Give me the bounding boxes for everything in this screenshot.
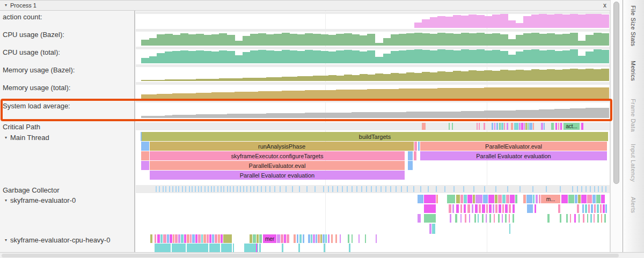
- trace-slice[interactable]: [298, 244, 300, 252]
- trace-slice[interactable]: [464, 195, 467, 203]
- trace-slice[interactable]: [513, 204, 515, 213]
- trace-slice-parallel-evaluator-evaluation[interactable]: Parallel Evaluator evaluation: [420, 151, 607, 160]
- trace-slice[interactable]: [297, 234, 298, 243]
- expand-track-icon[interactable]: ▾: [5, 198, 7, 203]
- trace-slice[interactable]: [141, 161, 149, 170]
- vertical-scrollbar[interactable]: [610, 0, 623, 252]
- gc-event-tick[interactable]: [560, 186, 561, 192]
- gc-event-tick[interactable]: [314, 186, 316, 192]
- close-button[interactable]: x: [603, 2, 606, 9]
- trace-slice[interactable]: [150, 234, 152, 243]
- gc-event-tick[interactable]: [214, 186, 215, 192]
- trace-slice[interactable]: [221, 234, 223, 243]
- trace-slice-parallel-evaluator-evaluation[interactable]: Parallel Evaluator evaluation: [150, 171, 405, 180]
- gc-event-tick[interactable]: [261, 186, 262, 192]
- trace-slice[interactable]: [316, 234, 317, 243]
- gc-event-tick[interactable]: [172, 186, 173, 192]
- trace-slice[interactable]: [515, 195, 517, 203]
- trace-slice[interactable]: [163, 234, 166, 243]
- gc-event-tick[interactable]: [250, 186, 251, 192]
- gc-event-tick[interactable]: [594, 186, 595, 192]
- gc-event-tick[interactable]: [361, 186, 362, 192]
- counter-track-memory-usage-total[interactable]: [136, 82, 610, 100]
- trace-slice[interactable]: [568, 195, 574, 203]
- trace-slice[interactable]: [577, 204, 579, 213]
- trace-slice[interactable]: [575, 195, 577, 203]
- trace-slice[interactable]: [190, 234, 192, 243]
- trace-slice[interactable]: [460, 214, 462, 223]
- trace-slice[interactable]: [509, 224, 510, 234]
- trace-slice[interactable]: [590, 214, 592, 223]
- trace-slice[interactable]: [432, 224, 435, 234]
- trace-slice[interactable]: [505, 214, 507, 223]
- trace-slice-parallelevaluator-eval[interactable]: ParallelEvaluator.eval: [420, 142, 607, 151]
- tab-metrics[interactable]: Metrics: [630, 61, 636, 81]
- trace-slice[interactable]: [594, 204, 596, 213]
- trace-slice[interactable]: [408, 151, 413, 160]
- gc-event-tick[interactable]: [175, 186, 177, 192]
- garbage-collector-track[interactable]: [136, 185, 610, 193]
- gc-event-tick[interactable]: [356, 186, 357, 192]
- trace-slice[interactable]: [588, 204, 590, 213]
- trace-slice[interactable]: [483, 195, 488, 203]
- tab-frame-data[interactable]: Frame Data: [630, 99, 636, 132]
- trace-slice[interactable]: [209, 234, 211, 243]
- gc-event-tick[interactable]: [211, 186, 212, 192]
- trace-slice[interactable]: [536, 195, 538, 203]
- trace-slice[interactable]: [449, 204, 451, 213]
- counter-track-action-count[interactable]: [136, 11, 610, 29]
- gc-event-tick[interactable]: [178, 186, 179, 192]
- trace-slice-m[interactable]: m...: [541, 195, 560, 203]
- trace-slice[interactable]: [509, 204, 511, 213]
- trace-slice[interactable]: [352, 234, 353, 243]
- trace-slice[interactable]: [492, 123, 493, 130]
- trace-slice[interactable]: [212, 234, 214, 243]
- gc-event-tick[interactable]: [237, 186, 238, 192]
- gc-event-tick[interactable]: [577, 186, 578, 192]
- trace-slice[interactable]: [574, 214, 576, 223]
- trace-slice[interactable]: [499, 123, 501, 130]
- gc-event-tick[interactable]: [428, 186, 429, 192]
- gc-event-tick[interactable]: [182, 186, 183, 192]
- trace-slice[interactable]: [514, 123, 518, 130]
- trace-slice[interactable]: [318, 234, 320, 243]
- trace-slice[interactable]: [449, 123, 450, 130]
- expand-track-icon[interactable]: ▾: [5, 136, 7, 140]
- gc-event-tick[interactable]: [240, 186, 241, 192]
- trace-slice[interactable]: [215, 234, 217, 243]
- trace-slice[interactable]: [195, 234, 197, 243]
- gc-event-tick[interactable]: [185, 186, 186, 192]
- trace-slice[interactable]: [348, 234, 349, 243]
- trace-slice[interactable]: [253, 234, 256, 243]
- trace-slice[interactable]: [484, 123, 485, 130]
- gc-event-tick[interactable]: [286, 186, 287, 192]
- gc-event-tick[interactable]: [243, 186, 244, 192]
- trace-slice[interactable]: [529, 123, 532, 130]
- trace-slice[interactable]: [175, 234, 178, 243]
- trace-slice[interactable]: [203, 234, 206, 243]
- trace-slice[interactable]: [299, 234, 302, 243]
- trace-slice[interactable]: [547, 214, 550, 223]
- trace-slice[interactable]: [340, 234, 341, 243]
- trace-slice[interactable]: [592, 195, 596, 203]
- gc-event-tick[interactable]: [280, 186, 281, 192]
- trace-slice[interactable]: [223, 234, 232, 243]
- gc-event-tick[interactable]: [401, 186, 402, 192]
- trace-slice[interactable]: [585, 204, 587, 213]
- trace-slice[interactable]: [544, 123, 545, 130]
- trace-slice[interactable]: [436, 195, 438, 203]
- trace-slice[interactable]: [141, 142, 149, 151]
- gc-event-tick[interactable]: [444, 186, 445, 192]
- gc-event-tick[interactable]: [156, 186, 157, 192]
- gc-event-tick[interactable]: [159, 186, 160, 192]
- gc-event-tick[interactable]: [598, 186, 599, 192]
- trace-slice[interactable]: [591, 204, 593, 213]
- gc-event-tick[interactable]: [519, 186, 521, 192]
- trace-slice[interactable]: [513, 214, 514, 223]
- trace-slice[interactable]: [452, 123, 453, 130]
- trace-slice[interactable]: [259, 234, 262, 243]
- gc-event-tick[interactable]: [227, 186, 228, 192]
- trace-slice[interactable]: [560, 123, 562, 130]
- critical-path-track[interactable]: [136, 122, 610, 130]
- trace-slice[interactable]: [284, 234, 286, 243]
